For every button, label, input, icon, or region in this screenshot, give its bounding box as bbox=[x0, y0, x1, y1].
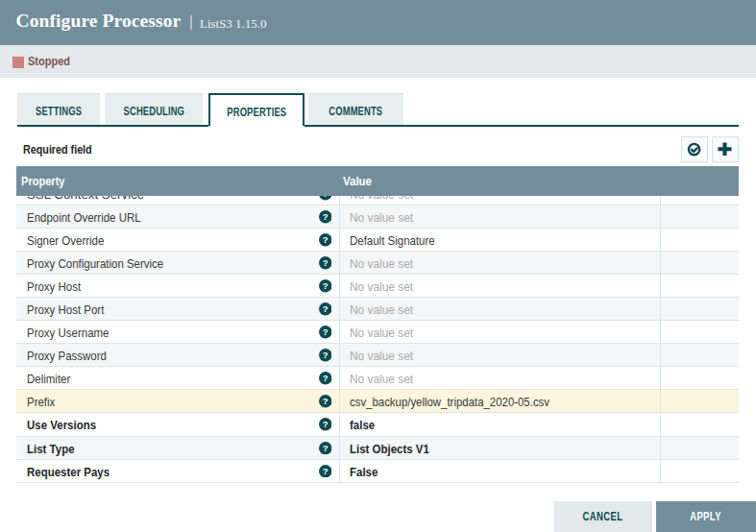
svg-text:?: ? bbox=[322, 234, 328, 245]
svg-text:?: ? bbox=[322, 196, 328, 199]
svg-text:?: ? bbox=[322, 443, 328, 453]
svg-text:?: ? bbox=[322, 280, 328, 291]
svg-text:?: ? bbox=[322, 466, 328, 476]
svg-text:?: ? bbox=[322, 326, 328, 337]
svg-text:?: ? bbox=[322, 303, 328, 314]
svg-text:?: ? bbox=[322, 211, 328, 222]
svg-text:?: ? bbox=[322, 373, 328, 383]
svg-text:?: ? bbox=[322, 419, 328, 429]
svg-text:?: ? bbox=[322, 396, 328, 406]
svg-text:?: ? bbox=[322, 257, 328, 268]
svg-text:?: ? bbox=[322, 350, 328, 360]
